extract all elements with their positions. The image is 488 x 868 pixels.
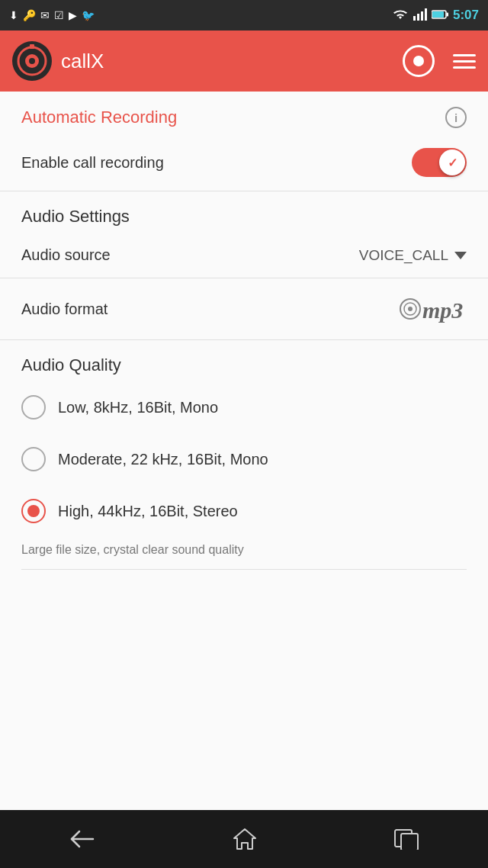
automatic-recording-title: Automatic Recording bbox=[21, 108, 177, 127]
home-button[interactable] bbox=[217, 820, 272, 858]
quality-high-radio[interactable] bbox=[21, 499, 46, 523]
battery-icon bbox=[432, 9, 448, 22]
app-title: callX bbox=[61, 50, 403, 73]
svg-rect-19 bbox=[401, 834, 418, 850]
menu-line-icon bbox=[453, 66, 476, 69]
audio-format-row[interactable]: Audio format mp3 bbox=[0, 278, 488, 340]
signal-icon bbox=[413, 8, 427, 23]
app-bar: callX bbox=[0, 31, 488, 92]
toggle-knob: ✓ bbox=[439, 149, 465, 175]
svg-rect-1 bbox=[417, 14, 419, 21]
audio-format-value: mp3 bbox=[398, 292, 467, 326]
checkbox-icon: ☑ bbox=[54, 9, 64, 21]
app-logo bbox=[12, 41, 52, 81]
automatic-recording-header: Automatic Recording i bbox=[0, 92, 488, 134]
toggle-check-icon: ✓ bbox=[448, 156, 458, 170]
menu-button[interactable] bbox=[453, 54, 476, 69]
play-icon: ▶ bbox=[69, 9, 77, 21]
svg-rect-3 bbox=[425, 8, 427, 21]
svg-point-14 bbox=[408, 307, 413, 311]
dropdown-arrow-icon bbox=[454, 252, 467, 259]
audio-quality-title: Audio Quality bbox=[0, 340, 488, 381]
audio-source-label: Audio source bbox=[21, 246, 111, 264]
radio-selected-dot bbox=[27, 505, 40, 517]
download-icon: ⬇ bbox=[9, 9, 18, 21]
info-button[interactable]: i bbox=[445, 107, 467, 128]
audio-source-value[interactable]: VOICE_CALL bbox=[359, 247, 467, 264]
svg-point-10 bbox=[29, 58, 35, 64]
svg-rect-5 bbox=[446, 12, 448, 16]
status-time: 5:07 bbox=[453, 8, 479, 23]
svg-text:mp3: mp3 bbox=[422, 297, 463, 323]
quality-high-row[interactable]: High, 44kHz, 16Bit, Stereo bbox=[0, 485, 488, 537]
svg-rect-6 bbox=[432, 11, 444, 18]
svg-rect-0 bbox=[413, 16, 416, 21]
enable-recording-label: Enable call recording bbox=[21, 154, 164, 172]
enable-recording-toggle[interactable]: ✓ bbox=[412, 148, 467, 177]
recents-button[interactable] bbox=[378, 821, 435, 857]
audio-settings-title: Audio Settings bbox=[0, 191, 488, 233]
audio-format-label: Audio format bbox=[21, 301, 108, 318]
audio-source-row[interactable]: Audio source VOICE_CALL bbox=[0, 233, 488, 278]
key-icon: 🔑 bbox=[23, 9, 36, 21]
quality-description: Large file size, crystal clear sound qua… bbox=[0, 537, 488, 569]
record-dot-icon bbox=[413, 56, 424, 66]
gmail-icon: ✉ bbox=[40, 9, 50, 21]
record-button[interactable] bbox=[403, 45, 435, 77]
app-bar-actions bbox=[403, 45, 476, 77]
quality-moderate-row[interactable]: Moderate, 22 kHz, 16Bit, Mono bbox=[0, 433, 488, 485]
quality-moderate-radio[interactable] bbox=[21, 447, 46, 471]
status-bar: ⬇ 🔑 ✉ ☑ ▶ 🐦 5:07 bbox=[0, 0, 488, 31]
svg-rect-2 bbox=[421, 11, 423, 21]
bird-icon: 🐦 bbox=[82, 9, 95, 21]
quality-high-label: High, 44kHz, 16Bit, Stereo bbox=[58, 503, 238, 520]
status-right-icons: 5:07 bbox=[392, 8, 479, 23]
back-button[interactable] bbox=[53, 821, 111, 857]
empty-space bbox=[0, 570, 488, 722]
wifi-icon bbox=[392, 8, 409, 23]
svg-rect-11 bbox=[30, 44, 34, 49]
quality-low-row[interactable]: Low, 8kHz, 16Bit, Mono bbox=[0, 381, 488, 433]
main-content: Automatic Recording i Enable call record… bbox=[0, 92, 488, 810]
menu-line-icon bbox=[453, 60, 476, 63]
menu-line-icon bbox=[453, 54, 476, 56]
nav-bar bbox=[0, 810, 488, 868]
quality-moderate-label: Moderate, 22 kHz, 16Bit, Mono bbox=[58, 451, 268, 468]
quality-low-label: Low, 8kHz, 16Bit, Mono bbox=[58, 399, 218, 416]
enable-recording-row[interactable]: Enable call recording ✓ bbox=[0, 134, 488, 191]
quality-low-radio[interactable] bbox=[21, 395, 46, 420]
svg-marker-17 bbox=[234, 829, 255, 849]
status-icons: ⬇ 🔑 ✉ ☑ ▶ 🐦 bbox=[9, 9, 95, 21]
